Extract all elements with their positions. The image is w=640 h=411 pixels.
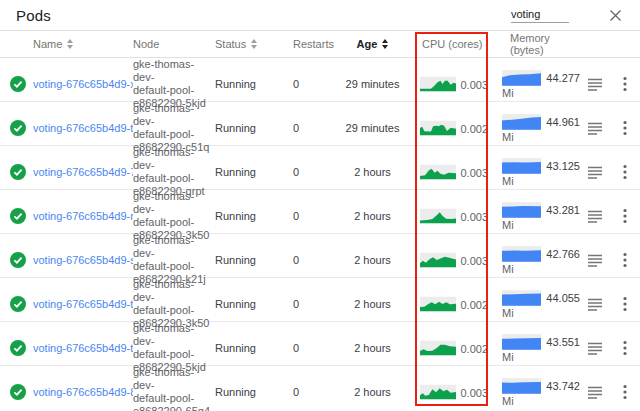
cpu-sparkline-chart [420,384,456,400]
memory-unit: Mi [502,87,580,99]
three-dot-menu-icon [623,252,627,268]
status-cell: Running [215,254,293,266]
search-input[interactable] [511,7,569,23]
status-check-cell [0,76,33,92]
pod-name-link[interactable]: voting-676c65b4d9-xs- [33,78,133,90]
view-logs-button[interactable] [586,76,604,93]
view-logs-button[interactable] [586,340,604,357]
pod-name-link[interactable]: voting-676c65b4d9-nv [33,210,133,222]
logs-icon [588,166,602,179]
view-logs-button[interactable] [586,384,604,401]
memory-cell: 43.125 Mi [488,158,580,187]
sort-icon-active [382,39,388,49]
view-logs-button[interactable] [586,252,604,269]
memory-unit: Mi [502,175,580,187]
memory-unit: Mi [502,307,580,319]
row-menu-button[interactable] [621,294,629,314]
memory-cell: 43.281 Mi [488,202,580,231]
pod-name-link[interactable]: voting-676c65b4d9-tpj [33,342,133,354]
status-check-cell [0,164,33,180]
clear-search-button[interactable] [609,9,622,22]
cpu-sparkline-chart [420,252,456,268]
row-menu-button[interactable] [621,250,629,270]
cpu-sparkline-chart [420,340,456,356]
cpu-cell: 0.003 [400,76,488,92]
cpu-sparkline-chart [420,120,456,136]
age-cell: 2 hours [345,254,400,266]
pod-name-link[interactable]: voting-676c65b4d9-tpr [33,122,133,134]
age-cell: 2 hours [345,166,400,178]
row-menu-button[interactable] [621,74,629,94]
view-logs-button[interactable] [586,296,604,313]
status-check-cell [0,208,33,224]
column-header-cpu: CPU (cores) [400,38,488,50]
memory-cell: 43.742 Mi [488,378,580,407]
pod-name-link[interactable]: voting-676c65b4d9-tj6 [33,298,133,310]
three-dot-menu-icon [623,76,627,92]
age-cell: 29 minutes [345,78,400,90]
restarts-cell: 0 [293,78,345,90]
memory-unit: Mi [502,263,580,275]
row-menu-button[interactable] [621,118,629,138]
column-header-status[interactable]: Status [215,38,293,50]
memory-unit: Mi [502,219,580,231]
cpu-value: 0.002 [460,299,488,312]
memory-sparkline-chart [502,158,541,174]
view-logs-button[interactable] [586,164,604,181]
pod-name-cell: voting-676c65b4d9-tpj [33,342,133,354]
cpu-value: 0.003 [460,255,488,268]
logs-icon [588,122,602,135]
column-header-name[interactable]: Name [33,38,133,50]
memory-sparkline-chart [502,70,541,86]
age-cell: 2 hours [345,210,400,222]
memory-unit: Mi [502,395,580,407]
cpu-value: 0.002 [460,123,488,136]
age-cell: 2 hours [345,298,400,310]
row-menu-button[interactable] [621,206,629,226]
cpu-cell: 0.003 [400,164,488,180]
three-dot-menu-icon [623,120,627,136]
logs-icon [588,78,602,91]
memory-value: 44.055 [546,292,580,304]
cpu-value: 0.003 [460,167,488,180]
view-logs-button[interactable] [586,120,604,137]
age-cell: 2 hours [345,342,400,354]
pod-name-cell: voting-676c65b4d9-tpr [33,122,133,134]
memory-value: 44.277 [546,72,580,84]
status-cell: Running [215,78,293,90]
memory-cell: 42.766 Mi [488,246,580,275]
table-row: voting-676c65b4d9-tj6 gke-thomas-dev-def… [0,277,640,321]
row-menu-button[interactable] [621,338,629,358]
table-row: voting-676c65b4d9-8f8 gke-thomas-dev-def… [0,365,640,409]
memory-sparkline-chart [502,334,541,350]
pod-name-cell: voting-676c65b4d9-nv [33,210,133,222]
status-check-cell [0,384,33,400]
restarts-cell: 0 [293,254,345,266]
memory-cell: 43.551 Mi [488,334,580,363]
row-menu-button[interactable] [621,382,629,402]
pod-name-cell: voting-676c65b4d9-72 [33,166,133,178]
memory-sparkline-chart [502,202,541,218]
column-header-restarts: Restarts [293,38,345,50]
cpu-sparkline-chart [420,208,456,224]
cpu-sparkline-chart [420,76,456,92]
memory-sparkline-chart [502,378,541,394]
row-menu-button[interactable] [621,162,629,182]
cpu-cell: 0.002 [400,340,488,356]
cpu-value: 0.003 [460,387,488,400]
age-cell: 29 minutes [345,122,400,134]
pod-name-link[interactable]: voting-676c65b4d9-8f8 [33,386,133,398]
cpu-value: 0.003 [460,79,488,92]
cpu-cell: 0.002 [400,120,488,136]
view-logs-button[interactable] [586,208,604,225]
memory-value: 43.281 [546,204,580,216]
restarts-cell: 0 [293,298,345,310]
pod-name-cell: voting-676c65b4d9-srl [33,254,133,266]
pod-name-link[interactable]: voting-676c65b4d9-72 [33,166,133,178]
page-title: Pods [16,7,51,24]
memory-value: 44.961 [546,116,580,128]
status-check-cell [0,340,33,356]
node-cell: gke-thomas-dev-default-pool-e8682290-65g… [133,366,215,411]
column-header-age[interactable]: Age [345,38,400,50]
pod-name-link[interactable]: voting-676c65b4d9-srl [33,254,133,266]
